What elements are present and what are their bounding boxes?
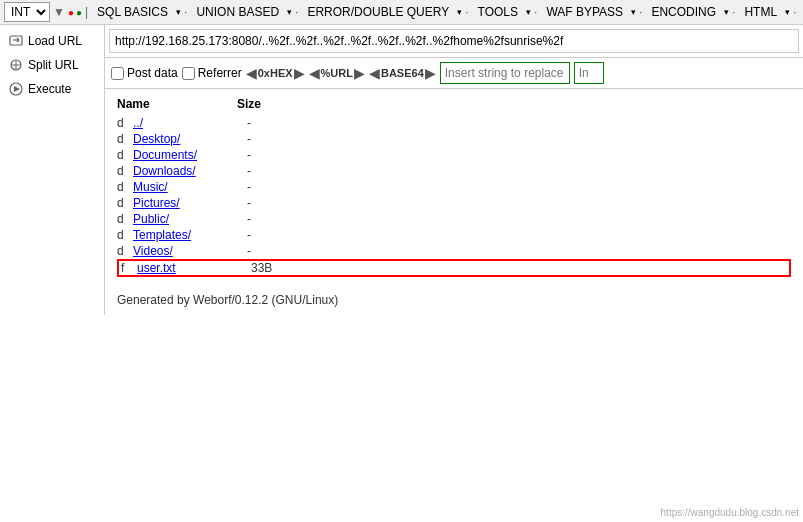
post-data-checkbox[interactable]	[111, 67, 124, 80]
file-type-indicator: d	[117, 180, 129, 194]
url-btn-group: ◀ %URL ▶	[309, 65, 365, 81]
split-url-icon	[8, 57, 24, 73]
insert-string-input[interactable]	[440, 62, 570, 84]
file-type-indicator: d	[117, 164, 129, 178]
hex-label: 0xHEX	[258, 67, 293, 79]
file-type-indicator: d	[117, 228, 129, 242]
divider2: |	[85, 5, 88, 19]
file-type-indicator: d	[117, 196, 129, 210]
dot-green: ●	[76, 7, 82, 18]
file-type-indicator: d	[117, 116, 129, 130]
file-name-link[interactable]: ../	[133, 116, 243, 130]
split-url-label: Split URL	[28, 58, 79, 72]
file-size-value: -	[247, 212, 251, 226]
url-right-arrow[interactable]: ▶	[354, 65, 365, 81]
file-type-indicator: d	[117, 212, 129, 226]
file-size-value: -	[247, 116, 251, 130]
divider4: ·	[295, 5, 298, 19]
file-browser: Name Size d../-dDesktop/-dDocuments/-dDo…	[105, 89, 803, 285]
file-row: dDesktop/-	[117, 131, 791, 147]
col-size-header: Size	[237, 97, 261, 111]
base64-right-arrow[interactable]: ▶	[425, 65, 436, 81]
file-row: dVideos/-	[117, 243, 791, 259]
main-layout: Load URL Split URL Execute	[0, 25, 803, 315]
arrow-sql-basics: ▾	[176, 7, 181, 17]
file-row: dDownloads/-	[117, 163, 791, 179]
referrer-checkbox[interactable]	[182, 67, 195, 80]
arrow-tools: ▾	[526, 7, 531, 17]
url-label: %URL	[321, 67, 353, 79]
hex-btn-group: ◀ 0xHEX ▶	[246, 65, 305, 81]
url-bar	[105, 25, 803, 58]
arrow-encoding: ▾	[724, 7, 729, 17]
menu-waf-bypass[interactable]: WAF BYPASS	[540, 3, 629, 21]
file-row: dTemplates/-	[117, 227, 791, 243]
divider8: ·	[732, 5, 735, 19]
toolbar-row: Post data Referrer ◀ 0xHEX ▶ ◀ %URL ▶ ◀ …	[105, 58, 803, 89]
file-name-link[interactable]: Pictures/	[133, 196, 243, 210]
menu-encrypt[interactable]: ENCRYPT	[799, 3, 803, 21]
file-size-value: -	[247, 148, 251, 162]
file-size-value: 33B	[251, 261, 272, 275]
arrow-union-based: ▾	[287, 7, 292, 17]
file-size-value: -	[247, 196, 251, 210]
base64-left-arrow[interactable]: ◀	[369, 65, 380, 81]
sidebar: Load URL Split URL Execute	[0, 25, 105, 315]
file-rows: d../-dDesktop/-dDocuments/-dDownloads/-d…	[117, 115, 791, 277]
file-size-value: -	[247, 244, 251, 258]
svg-marker-6	[14, 86, 20, 92]
file-name-link[interactable]: Videos/	[133, 244, 243, 258]
sidebar-item-load-url[interactable]: Load URL	[0, 29, 104, 53]
file-size-value: -	[247, 164, 251, 178]
file-size-value: -	[247, 132, 251, 146]
file-size-value: -	[247, 180, 251, 194]
file-name-link[interactable]: Documents/	[133, 148, 243, 162]
file-row: dPublic/-	[117, 211, 791, 227]
divider1: ▼	[53, 5, 65, 19]
sidebar-item-split-url[interactable]: Split URL	[0, 53, 104, 77]
watermark: https://wangdudu.blog.csdn.net	[661, 507, 799, 518]
menu-encoding[interactable]: ENCODING	[645, 3, 722, 21]
file-name-link[interactable]: Public/	[133, 212, 243, 226]
referrer-label[interactable]: Referrer	[182, 66, 242, 80]
base64-btn-group: ◀ BASE64 ▶	[369, 65, 436, 81]
file-name-link[interactable]: Templates/	[133, 228, 243, 242]
load-url-label: Load URL	[28, 34, 82, 48]
arrow-waf-bypass: ▾	[631, 7, 636, 17]
base64-label: BASE64	[381, 67, 424, 79]
insert-string-input2[interactable]	[574, 62, 604, 84]
url-left-arrow[interactable]: ◀	[309, 65, 320, 81]
int-select[interactable]: INT	[4, 2, 50, 22]
execute-icon	[8, 81, 24, 97]
file-name-link[interactable]: Downloads/	[133, 164, 243, 178]
divider5: ·	[465, 5, 468, 19]
col-name-header: Name	[117, 97, 237, 111]
menu-tools[interactable]: TOOLS	[472, 3, 524, 21]
file-header: Name Size	[117, 97, 791, 111]
post-data-label[interactable]: Post data	[111, 66, 178, 80]
file-row: fuser.txt33B	[117, 259, 791, 277]
menu-union-based[interactable]: UNION BASED	[190, 3, 285, 21]
url-input[interactable]	[109, 29, 799, 53]
footer: Generated by Weborf/0.12.2 (GNU/Linux)	[105, 285, 803, 315]
divider7: ·	[639, 5, 642, 19]
menu-html[interactable]: HTML	[738, 3, 783, 21]
file-type-indicator: f	[121, 261, 133, 275]
file-type-indicator: d	[117, 132, 129, 146]
hex-right-arrow[interactable]: ▶	[294, 65, 305, 81]
content-area: Post data Referrer ◀ 0xHEX ▶ ◀ %URL ▶ ◀ …	[105, 25, 803, 315]
menu-error-double[interactable]: ERROR/DOUBLE QUERY	[301, 3, 455, 21]
sidebar-item-execute[interactable]: Execute	[0, 77, 104, 101]
footer-text: Generated by Weborf/0.12.2 (GNU/Linux)	[117, 293, 338, 307]
hex-left-arrow[interactable]: ◀	[246, 65, 257, 81]
execute-label: Execute	[28, 82, 71, 96]
file-type-indicator: d	[117, 244, 129, 258]
file-type-indicator: d	[117, 148, 129, 162]
divider9: ·	[793, 5, 796, 19]
file-name-link[interactable]: Music/	[133, 180, 243, 194]
file-row: dMusic/-	[117, 179, 791, 195]
menu-sql-basics[interactable]: SQL BASICS	[91, 3, 174, 21]
file-name-link[interactable]: user.txt	[137, 261, 247, 275]
file-name-link[interactable]: Desktop/	[133, 132, 243, 146]
file-row: dDocuments/-	[117, 147, 791, 163]
